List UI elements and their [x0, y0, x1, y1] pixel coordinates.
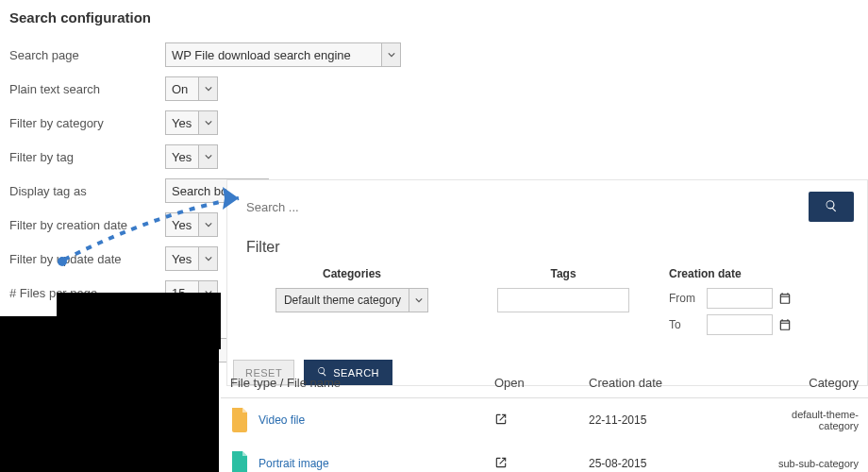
file-icon	[230, 451, 249, 472]
chevron-down-icon	[381, 43, 400, 66]
select-value: WP File download search engine	[166, 48, 381, 62]
label-plain-text: Plain text search	[9, 82, 165, 96]
date-from-row: From	[669, 288, 848, 309]
results-header: File type / File name Open Creation date…	[221, 368, 868, 398]
label-filter-category: Filter by category	[9, 116, 165, 130]
chevron-down-icon	[198, 213, 217, 236]
calendar-icon[interactable]	[778, 318, 792, 331]
chevron-down-icon	[198, 145, 217, 168]
file-link[interactable]: Video file	[259, 413, 305, 427]
header-file-type: File type / File name	[230, 376, 494, 390]
select-value: Yes	[166, 116, 198, 130]
select-filter-category[interactable]: Yes	[165, 110, 218, 135]
filter-col-categories: Categories Default theme category	[246, 267, 458, 341]
config-title: Search configuration	[9, 9, 406, 25]
category-cell: sub-sub-category	[759, 458, 859, 469]
filter-columns: Categories Default theme category Tags C…	[246, 267, 848, 341]
search-panel: Filter Categories Default theme category…	[226, 179, 868, 386]
date-cell: 22-11-2015	[589, 413, 759, 427]
label-filter-update: Filter by update date	[9, 252, 165, 266]
search-bar	[227, 180, 867, 233]
header-category: Category	[759, 376, 859, 390]
file-cell: Portrait image	[230, 451, 494, 472]
categories-select[interactable]: Default theme category	[275, 288, 428, 312]
creation-date-header: Creation date	[669, 267, 848, 280]
from-label: From	[669, 292, 707, 305]
search-input[interactable]	[246, 200, 809, 214]
row-filter-tag: Filter by tag Yes	[9, 144, 406, 169]
decorative-block	[0, 316, 219, 472]
file-icon	[230, 408, 249, 432]
results-table: File type / File name Open Creation date…	[221, 368, 868, 472]
categories-header: Categories	[246, 267, 458, 280]
filter-title: Filter	[246, 239, 848, 256]
select-value: Yes	[166, 218, 198, 232]
label-filter-tag: Filter by tag	[9, 150, 165, 164]
header-creation-date: Creation date	[589, 376, 759, 390]
label-search-page: Search page	[9, 48, 165, 62]
row-filter-category: Filter by category Yes	[9, 110, 406, 135]
filter-col-date: Creation date From To	[669, 267, 848, 341]
date-from-input[interactable]	[707, 288, 773, 309]
select-filter-tag[interactable]: Yes	[165, 144, 218, 169]
open-cell	[494, 456, 589, 472]
select-value: On	[166, 82, 198, 96]
label-display-tag-as: Display tag as	[9, 184, 165, 198]
open-external-icon[interactable]	[494, 459, 508, 472]
file-cell: Video file	[230, 408, 494, 432]
filter-section: Filter Categories Default theme category…	[227, 233, 867, 354]
chevron-down-icon	[409, 289, 427, 312]
table-row: Video file22-11-2015default-theme-catego…	[221, 398, 868, 442]
select-value: Yes	[166, 150, 198, 164]
row-plain-text: Plain text search On	[9, 76, 406, 101]
search-icon	[825, 199, 838, 215]
chevron-down-icon	[198, 77, 217, 100]
date-to-row: To	[669, 314, 848, 335]
calendar-icon[interactable]	[778, 292, 792, 305]
select-plain-text[interactable]: On	[165, 76, 218, 101]
chevron-down-icon	[198, 111, 217, 134]
tags-input[interactable]	[497, 288, 629, 312]
open-external-icon[interactable]	[494, 415, 508, 429]
select-value: Yes	[166, 252, 198, 266]
select-filter-creation[interactable]: Yes	[165, 212, 218, 237]
select-filter-update[interactable]: Yes	[165, 246, 218, 271]
filter-col-tags: Tags	[458, 267, 669, 341]
search-button[interactable]	[809, 192, 854, 222]
select-search-page[interactable]: WP File download search engine	[165, 42, 401, 67]
file-link[interactable]: Portrait image	[259, 457, 329, 470]
row-search-page: Search page WP File download search engi…	[9, 42, 406, 67]
category-cell: default-theme-category	[759, 409, 859, 431]
header-open: Open	[494, 376, 589, 390]
to-label: To	[669, 318, 707, 331]
chevron-down-icon	[198, 247, 217, 270]
date-to-input[interactable]	[707, 314, 773, 335]
table-row: Portrait image25-08-2015sub-sub-category	[221, 442, 868, 472]
tags-header: Tags	[458, 267, 669, 280]
label-filter-creation: Filter by creation date	[9, 218, 165, 232]
date-cell: 25-08-2015	[589, 457, 759, 470]
open-cell	[494, 413, 589, 429]
select-value: Default theme category	[276, 289, 409, 312]
